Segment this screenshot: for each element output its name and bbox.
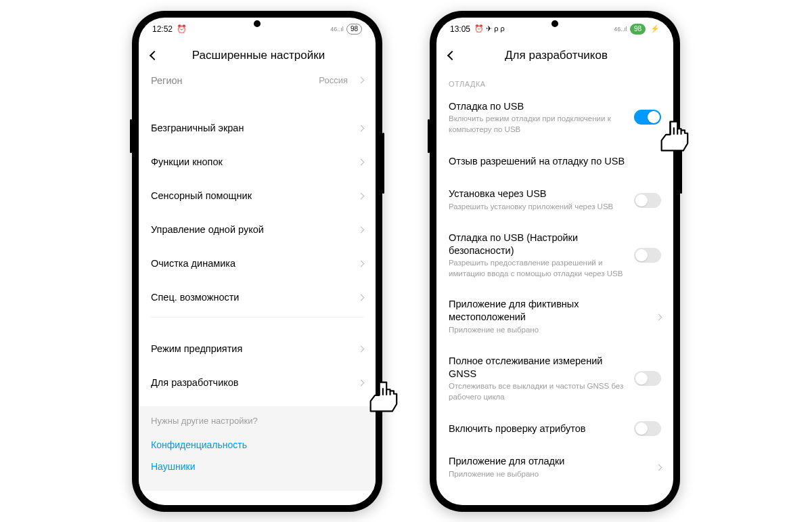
signal-icon: 46..ıl: [330, 26, 344, 32]
link-headphones[interactable]: Наушники: [151, 456, 363, 477]
back-button[interactable]: [150, 50, 159, 60]
row-developer-options[interactable]: Для разработчиков: [151, 366, 363, 399]
screen-left: 12:52 ⏰ 46..ıl 98 Расширенные настройки …: [139, 18, 376, 505]
row-button-functions[interactable]: Функции кнопок: [151, 145, 363, 179]
charging-icon: ⚡: [650, 24, 660, 33]
phone-right: 13:05 ⏰ ✈ ρ ρ 46..ıl 98 ⚡ Для разработчи…: [430, 11, 680, 512]
link-privacy[interactable]: Конфиденциальность: [151, 434, 363, 456]
page-title: Расширенные настройки: [167, 49, 350, 62]
chevron-right-icon: [656, 313, 662, 320]
toggle-attr-check[interactable]: [634, 421, 661, 436]
row-enterprise-mode[interactable]: Режим предприятия: [151, 332, 363, 366]
toggle-gnss[interactable]: [634, 371, 661, 386]
row-debug-app[interactable]: Приложение для отладки Приложение не выб…: [449, 445, 661, 489]
row-touch-assistant[interactable]: Сенсорный помощник: [151, 179, 363, 213]
battery-indicator: 98: [346, 24, 362, 35]
chevron-right-icon: [358, 260, 365, 267]
front-camera: [551, 20, 558, 27]
page-title: Для разработчиков: [465, 49, 648, 62]
footer-label: Нужны другие настройки?: [151, 416, 363, 426]
row-one-hand[interactable]: Управление одной рукой: [151, 213, 363, 246]
row-mock-location[interactable]: Приложение для фиктивных местоположений …: [449, 288, 661, 345]
row-usb-security[interactable]: Отладка по USB (Настройки безопасности) …: [449, 222, 661, 289]
region-label: Регион: [151, 74, 319, 87]
chevron-right-icon: [358, 192, 365, 199]
row-accessibility[interactable]: Спец. возможности: [151, 280, 363, 314]
row-speaker-clean[interactable]: Очистка динамика: [151, 246, 363, 280]
header: Для разработчиков: [436, 41, 673, 73]
screen-right: 13:05 ⏰ ✈ ρ ρ 46..ıl 98 ⚡ Для разработчи…: [436, 18, 673, 505]
status-time: 13:05: [450, 24, 470, 34]
chevron-right-icon: [358, 125, 365, 131]
row-revoke-usb[interactable]: Отзыв разрешений на отладку по USB: [449, 144, 661, 178]
row-usb-debugging[interactable]: Отладка по USB Включить режим отладки пр…: [449, 91, 661, 145]
back-button[interactable]: [447, 50, 457, 60]
header: Расширенные настройки: [139, 41, 376, 73]
battery-indicator: 98: [630, 24, 646, 35]
row-gnss[interactable]: Полное отслеживание измерений GNSS Отсле…: [449, 345, 661, 412]
phone-left: 12:52 ⏰ 46..ıl 98 Расширенные настройки …: [132, 11, 382, 512]
chevron-right-icon: [358, 345, 365, 352]
toggle-usb-security[interactable]: [634, 248, 661, 263]
chevron-right-icon: [358, 77, 365, 84]
alarm-icon: ⏰: [177, 24, 187, 34]
chevron-right-icon: [358, 158, 365, 165]
row-region[interactable]: Регион Россия: [151, 73, 363, 97]
chevron-right-icon: [358, 226, 365, 233]
status-time: 12:52: [152, 24, 173, 34]
region-value: Россия: [319, 75, 348, 85]
toggle-usb-debugging[interactable]: [634, 110, 661, 125]
chevron-right-icon: [358, 294, 365, 301]
signal-icon: 46..ıl: [614, 26, 627, 32]
row-install-via-usb[interactable]: Установка через USB Разрешить установку …: [449, 178, 661, 221]
status-icons: ⏰ ✈ ρ ρ: [474, 24, 505, 33]
section-debug: ОТЛАДКА: [449, 73, 661, 91]
chevron-right-icon: [656, 464, 662, 471]
row-attr-check[interactable]: Включить проверку атрибутов: [449, 412, 661, 445]
footer-box: Нужны другие настройки? Конфиденциальнос…: [139, 406, 376, 491]
row-fullscreen[interactable]: Безграничный экран: [151, 111, 363, 145]
toggle-install-usb[interactable]: [634, 193, 661, 208]
chevron-right-icon: [358, 379, 365, 386]
front-camera: [254, 20, 261, 27]
